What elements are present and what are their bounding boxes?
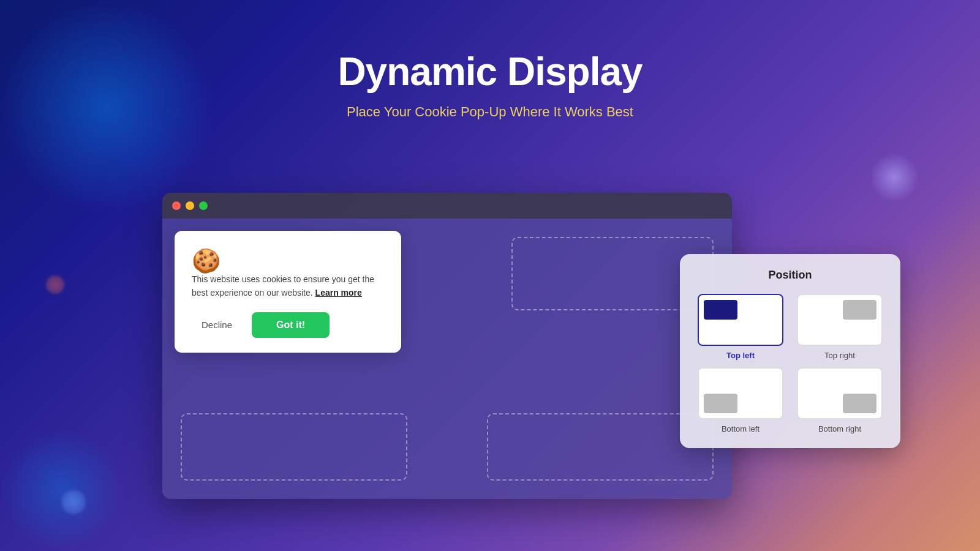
learn-more-link[interactable]: Learn more xyxy=(315,288,362,298)
position-panel: Position Top left Top right Bottom left xyxy=(680,254,900,448)
position-label-bottom-left: Bottom left xyxy=(722,424,760,433)
position-panel-title: Position xyxy=(695,269,886,282)
position-preview-top-right xyxy=(797,294,883,346)
mini-cookie-top-left xyxy=(704,300,737,320)
position-grid: Top left Top right Bottom left Bottom ri… xyxy=(695,294,886,433)
position-label-bottom-right: Bottom right xyxy=(818,424,861,433)
cookie-popup: 🍪 This website uses cookies to ensure yo… xyxy=(175,231,401,353)
decline-button[interactable]: Decline xyxy=(192,313,242,336)
deco-circle-1 xyxy=(46,276,64,294)
mini-cookie-bottom-right xyxy=(843,394,876,413)
cookie-icon: 🍪 xyxy=(192,248,221,274)
position-option-bottom-left[interactable]: Bottom left xyxy=(695,367,786,433)
page-title: Dynamic Display xyxy=(0,49,980,94)
browser-window: 🍪 This website uses cookies to ensure yo… xyxy=(162,193,732,499)
page-subtitle: Place Your Cookie Pop-Up Where It Works … xyxy=(0,104,980,120)
position-preview-bottom-left xyxy=(698,367,783,419)
cookie-body-text: This website uses cookies to ensure you … xyxy=(192,272,384,300)
got-it-button[interactable]: Got it! xyxy=(252,312,330,338)
placeholder-bottom-left xyxy=(181,413,407,481)
position-option-top-left[interactable]: Top left xyxy=(695,294,786,360)
position-label-top-right: Top right xyxy=(824,351,855,360)
traffic-light-green[interactable] xyxy=(199,201,208,210)
position-option-top-right[interactable]: Top right xyxy=(794,294,886,360)
mini-cookie-bottom-left xyxy=(704,394,737,413)
browser-content: 🍪 This website uses cookies to ensure yo… xyxy=(162,219,732,499)
position-label-top-left: Top left xyxy=(726,351,755,360)
mini-cookie-top-right xyxy=(843,300,876,320)
position-preview-top-left xyxy=(698,294,783,346)
position-preview-bottom-right xyxy=(797,367,883,419)
page-header: Dynamic Display Place Your Cookie Pop-Up… xyxy=(0,0,980,120)
position-option-bottom-right[interactable]: Bottom right xyxy=(794,367,886,433)
browser-titlebar xyxy=(162,193,732,219)
bg-blob-tr xyxy=(870,153,919,202)
traffic-light-red[interactable] xyxy=(172,201,181,210)
bg-blob-bl xyxy=(0,429,123,551)
traffic-light-yellow[interactable] xyxy=(186,201,194,210)
cookie-buttons: Decline Got it! xyxy=(192,312,384,338)
deco-circle-2 xyxy=(61,490,86,514)
